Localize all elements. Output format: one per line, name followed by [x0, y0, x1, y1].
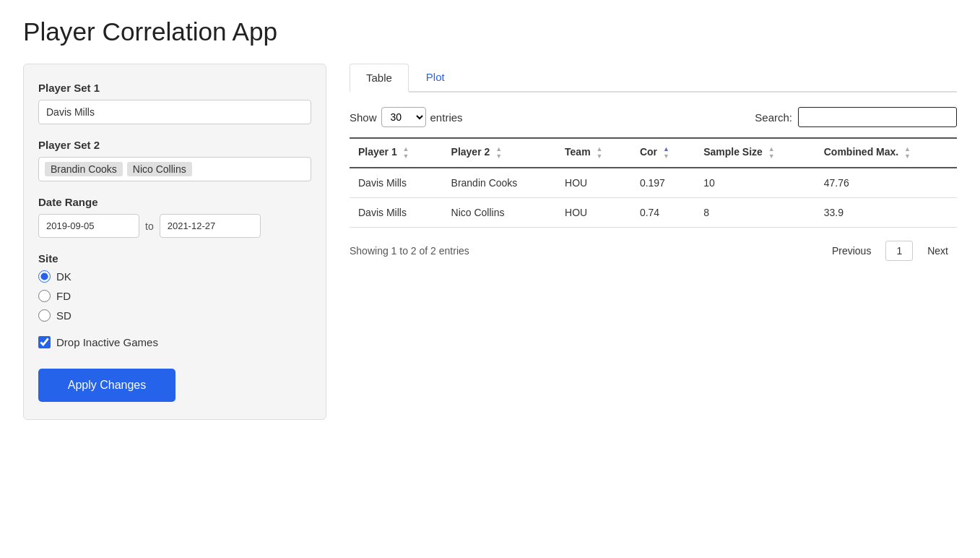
tab-plot[interactable]: Plot — [410, 64, 461, 91]
main-layout: Player Set 1 Player Set 2 Brandin Cooks … — [23, 64, 957, 420]
show-entries-select[interactable]: 10 25 30 50 100 — [381, 107, 426, 127]
col-header-cor[interactable]: Cor ▲ ▼ — [631, 138, 695, 168]
search-label: Search: — [755, 111, 792, 124]
site-sd-label: SD — [56, 309, 71, 322]
site-group: Site DK FD SD — [38, 252, 311, 322]
sort-icons-team: ▲ ▼ — [596, 146, 602, 160]
site-dk-radio[interactable] — [38, 270, 51, 283]
drop-inactive-row[interactable]: Drop Inactive Games — [38, 336, 311, 348]
show-entries-control: Show 10 25 30 50 100 entries — [350, 107, 463, 127]
site-dk-row[interactable]: DK — [38, 270, 311, 283]
table-controls: Show 10 25 30 50 100 entries Search: — [350, 107, 957, 127]
player-tag-nico-collins: Nico Collins — [127, 162, 192, 176]
sort-icons-player2: ▲ ▼ — [495, 146, 502, 160]
sidebar: Player Set 1 Player Set 2 Brandin Cooks … — [23, 64, 326, 420]
showing-text: Showing 1 to 2 of 2 entries — [350, 245, 469, 257]
drop-inactive-checkbox[interactable] — [38, 336, 51, 348]
cell-sample_size: 8 — [695, 198, 815, 228]
player-set-1-group: Player Set 1 — [38, 82, 311, 124]
apply-changes-button[interactable]: Apply Changes — [38, 369, 175, 402]
cell-team: HOU — [556, 168, 631, 198]
drop-inactive-label: Drop Inactive Games — [56, 336, 158, 348]
cell-combined_max: 33.9 — [815, 198, 957, 228]
col-header-team[interactable]: Team ▲ ▼ — [556, 138, 631, 168]
next-button[interactable]: Next — [919, 241, 957, 261]
main-content: Table Plot Show 10 25 30 50 100 entries … — [350, 64, 957, 261]
site-fd-label: FD — [56, 290, 71, 302]
date-separator: to — [145, 220, 154, 232]
previous-button[interactable]: Previous — [823, 241, 880, 261]
sort-icons-combined-max: ▲ ▼ — [904, 146, 911, 160]
col-header-player2[interactable]: Player 2 ▲ ▼ — [443, 138, 557, 168]
cell-team: HOU — [556, 198, 631, 228]
sort-icons-sample-size: ▲ ▼ — [768, 146, 775, 160]
site-radio-group: DK FD SD — [38, 270, 311, 322]
correlation-table: Player 1 ▲ ▼ Player 2 ▲ ▼ — [350, 137, 957, 228]
app-title: Player Correlation App — [23, 17, 957, 46]
cell-player2: Brandin Cooks — [443, 168, 557, 198]
cell-player1: Davis Mills — [350, 198, 443, 228]
player-set-1-input[interactable] — [38, 100, 311, 124]
table-row: Davis MillsBrandin CooksHOU0.1971047.76 — [350, 168, 957, 198]
site-sd-row[interactable]: SD — [38, 309, 311, 322]
date-range-label: Date Range — [38, 196, 311, 208]
site-fd-radio[interactable] — [38, 290, 51, 302]
date-to-input[interactable] — [160, 214, 261, 238]
show-label: Show — [350, 111, 377, 124]
cell-player1: Davis Mills — [350, 168, 443, 198]
pagination-row: Showing 1 to 2 of 2 entries Previous 1 N… — [350, 241, 957, 261]
cell-sample_size: 10 — [695, 168, 815, 198]
date-from-input[interactable] — [38, 214, 139, 238]
cell-combined_max: 47.76 — [815, 168, 957, 198]
date-range-group: Date Range to — [38, 196, 311, 238]
tab-table[interactable]: Table — [350, 64, 409, 93]
sort-icons-cor: ▲ ▼ — [663, 146, 669, 160]
tab-bar: Table Plot — [350, 64, 957, 93]
current-page[interactable]: 1 — [885, 241, 913, 261]
cell-cor: 0.74 — [631, 198, 695, 228]
entries-label: entries — [430, 111, 463, 124]
date-range-row: to — [38, 214, 311, 238]
cell-player2: Nico Collins — [443, 198, 557, 228]
player-set-2-label: Player Set 2 — [38, 139, 311, 151]
cell-cor: 0.197 — [631, 168, 695, 198]
site-label: Site — [38, 252, 311, 265]
col-header-sample-size[interactable]: Sample Size ▲ ▼ — [695, 138, 815, 168]
col-header-combined-max[interactable]: Combined Max. ▲ ▼ — [815, 138, 957, 168]
site-sd-radio[interactable] — [38, 309, 51, 322]
site-fd-row[interactable]: FD — [38, 290, 311, 302]
player-set-2-input[interactable]: Brandin Cooks Nico Collins — [38, 157, 311, 181]
site-dk-label: DK — [56, 270, 71, 283]
player-set-2-group: Player Set 2 Brandin Cooks Nico Collins — [38, 139, 311, 181]
col-header-player1[interactable]: Player 1 ▲ ▼ — [350, 138, 443, 168]
sort-icons-player1: ▲ ▼ — [403, 146, 409, 160]
pagination-controls: Previous 1 Next — [823, 241, 957, 261]
search-input[interactable] — [798, 107, 957, 127]
player-tag-brandin-cooks: Brandin Cooks — [45, 162, 123, 176]
search-control: Search: — [755, 107, 957, 127]
table-row: Davis MillsNico CollinsHOU0.74833.9 — [350, 198, 957, 228]
player-set-1-label: Player Set 1 — [38, 82, 311, 94]
table-header-row: Player 1 ▲ ▼ Player 2 ▲ ▼ — [350, 138, 957, 168]
